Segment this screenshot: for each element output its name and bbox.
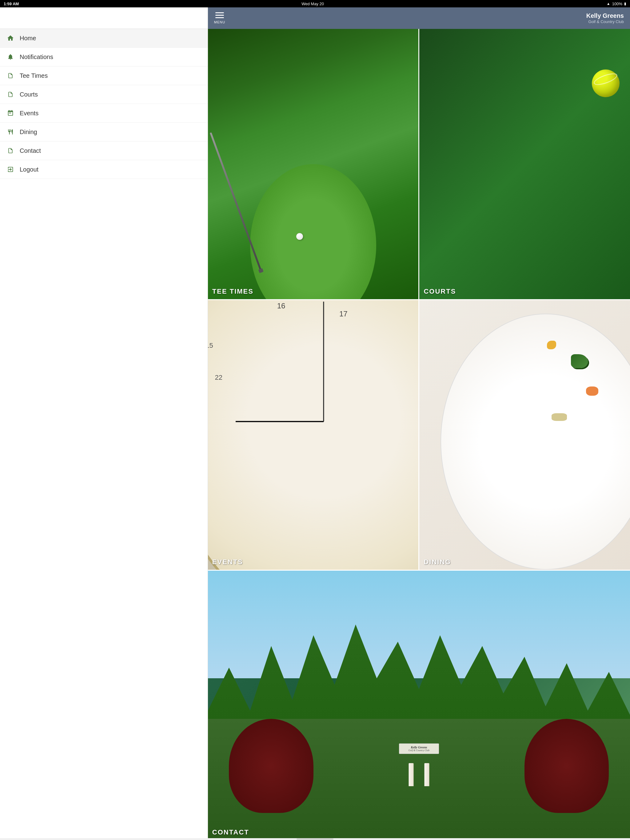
tile-contact-label: CONTACT <box>212 828 249 836</box>
tiles-row-1: TEE TIMES COURTS <box>208 29 630 299</box>
clock-num-16: 16 <box>277 302 285 310</box>
bush-left <box>229 719 313 813</box>
clock-face: 12 1 3 5 6 15 16 17 22 <box>208 300 419 569</box>
sidebar-logo <box>0 7 207 29</box>
putter <box>210 132 263 273</box>
tennis-ball <box>592 69 619 97</box>
sidebar: Home Notifications Tee Times <box>0 7 208 838</box>
svg-rect-1 <box>10 112 11 114</box>
courts-bg <box>419 29 630 299</box>
home-icon <box>6 34 15 43</box>
tiles-container: TEE TIMES COURTS <box>208 29 630 838</box>
food-starch <box>552 413 567 421</box>
app-header: MENU Kelly Greens Golf & Country Club <box>208 7 630 29</box>
status-time: 1:59 AM <box>4 2 19 6</box>
tennis-ball-line <box>592 71 619 87</box>
events-bg: 12 1 3 5 6 15 16 17 22 <box>208 300 419 569</box>
contact-bg: Kelly Greens Golf & Country Club <box>208 571 630 838</box>
courts-icon <box>6 90 15 99</box>
logout-icon <box>6 165 15 174</box>
monument-pillars <box>408 763 429 786</box>
menu-bar-1 <box>215 12 224 13</box>
putting-green <box>250 164 377 300</box>
grass-bg <box>208 29 419 299</box>
status-date: Wed May 20 <box>301 2 324 6</box>
monument-sign-name: Kelly Greens <box>404 745 434 749</box>
sidebar-item-tee-times[interactable]: Tee Times <box>0 66 207 85</box>
contact-icon <box>6 146 15 155</box>
sidebar-item-events[interactable]: Events <box>0 104 207 123</box>
home-indicator-bar <box>0 838 630 840</box>
menu-bar-2 <box>215 15 224 16</box>
court-green-bg <box>419 29 630 299</box>
tile-courts-label: COURTS <box>424 287 456 295</box>
sidebar-item-tee-times-label: Tee Times <box>20 72 47 79</box>
dining-bg <box>419 300 630 569</box>
food-yellow <box>547 341 556 349</box>
sidebar-item-notifications[interactable]: Notifications <box>0 47 207 66</box>
tile-contact[interactable]: Kelly Greens Golf & Country Club CONTACT <box>208 571 630 838</box>
calendar-icon <box>6 109 15 117</box>
tee-times-bg <box>208 29 419 299</box>
tiles-row-3: Kelly Greens Golf & Country Club CONTACT <box>208 570 630 838</box>
battery-icon: ▮ <box>624 2 626 6</box>
clock-num-17: 17 <box>339 309 348 318</box>
tile-events-label: EVENTS <box>212 558 243 566</box>
clock-num-15: 15 <box>208 342 213 350</box>
sidebar-item-dining[interactable]: Dining <box>0 123 207 141</box>
clock-container: 12 1 3 5 6 15 16 17 22 <box>208 300 419 569</box>
sidebar-item-logout-label: Logout <box>20 166 38 173</box>
sidebar-item-notifications-label: Notifications <box>20 54 53 61</box>
pillar-right <box>424 763 429 786</box>
tee-times-icon <box>6 71 15 80</box>
sidebar-item-logout[interactable]: Logout <box>0 160 207 179</box>
clock-minute-hand <box>323 302 324 422</box>
sidebar-item-dining-label: Dining <box>20 128 37 136</box>
tile-courts[interactable]: COURTS <box>418 29 630 299</box>
clock-hour-hand <box>236 421 324 422</box>
tile-dining[interactable]: DINING <box>418 300 630 569</box>
menu-button-label: MENU <box>214 20 225 24</box>
fork-icon <box>6 128 15 136</box>
plate <box>440 314 630 570</box>
wifi-icon: ▲ <box>606 2 610 6</box>
sidebar-item-courts-label: Courts <box>20 91 38 98</box>
menu-button[interactable]: MENU <box>214 12 225 24</box>
tile-tee-times-label: TEE TIMES <box>212 287 253 295</box>
app-container: Home Notifications Tee Times <box>0 7 630 838</box>
status-bar: 1:59 AM Wed May 20 ▲ 100% ▮ <box>0 0 630 7</box>
contact-scene: Kelly Greens Golf & Country Club <box>208 571 630 838</box>
pillar-left <box>408 763 413 786</box>
sidebar-item-courts[interactable]: Courts <box>0 85 207 104</box>
menu-bar-3 <box>215 17 224 18</box>
tile-dining-label: DINING <box>424 558 451 566</box>
monument-sign: Kelly Greens Golf & Country Club <box>399 744 439 754</box>
status-indicators: ▲ 100% ▮ <box>606 2 626 6</box>
bush-right <box>524 719 609 813</box>
monument-sign-subtitle: Golf & Country Club <box>404 749 434 752</box>
clock-num-22: 22 <box>215 374 222 382</box>
svg-rect-0 <box>9 112 10 114</box>
sidebar-item-home-label: Home <box>20 35 36 42</box>
header-club-info: Kelly Greens Golf & Country Club <box>586 12 624 24</box>
battery-percentage: 100% <box>612 2 622 6</box>
dining-plate-bg <box>419 300 630 569</box>
tiles-row-2: 12 1 3 5 6 15 16 17 22 <box>208 299 630 569</box>
tile-tee-times[interactable]: TEE TIMES <box>208 29 419 299</box>
sidebar-item-events-label: Events <box>20 110 38 117</box>
club-subtitle: Golf & Country Club <box>586 19 624 24</box>
food-orange <box>586 387 598 396</box>
sidebar-nav: Home Notifications Tee Times <box>0 29 207 838</box>
club-name: Kelly Greens <box>586 12 624 19</box>
main-content: MENU Kelly Greens Golf & Country Club <box>208 7 630 838</box>
sidebar-item-contact-label: Contact <box>20 147 41 154</box>
sidebar-item-home[interactable]: Home <box>0 29 207 47</box>
home-indicator <box>296 838 334 840</box>
tile-events[interactable]: 12 1 3 5 6 15 16 17 22 <box>208 300 419 569</box>
bell-icon <box>6 52 15 61</box>
sidebar-item-contact[interactable]: Contact <box>0 141 207 160</box>
